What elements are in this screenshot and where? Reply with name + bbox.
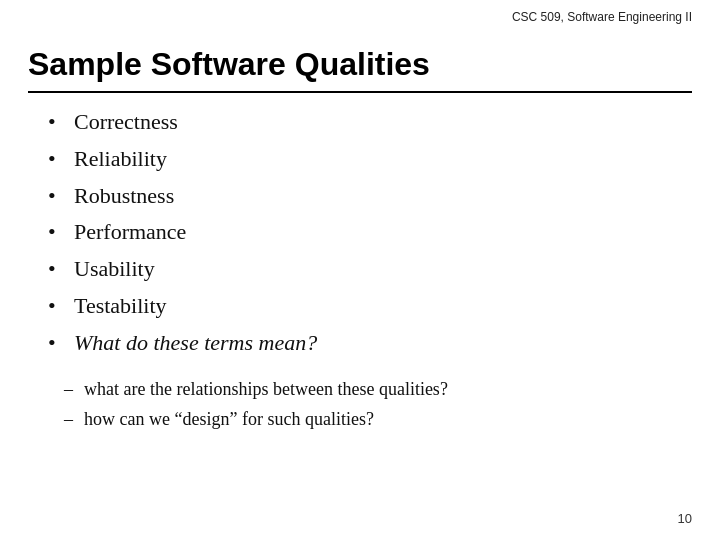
bullet-icon: • [48, 291, 66, 322]
bullet-text: Usability [74, 254, 155, 285]
bullet-text: Reliability [74, 144, 167, 175]
sub-list-item: – how can we “design” for such qualities… [64, 407, 692, 432]
list-item: • What do these terms mean? [48, 328, 692, 359]
sub-bullet-text: how can we “design” for such qualities? [84, 407, 374, 432]
slide: CSC 509, Software Engineering II Sample … [0, 0, 720, 540]
slide-title: Sample Software Qualities [28, 46, 692, 83]
sub-bullet-text: what are the relationships between these… [84, 377, 448, 402]
list-item: • Usability [48, 254, 692, 285]
list-item: • Testability [48, 291, 692, 322]
page-number: 10 [678, 511, 692, 526]
dash-icon: – [64, 407, 84, 432]
course-label: CSC 509, Software Engineering II [512, 10, 692, 24]
bullet-text-italic: What do these terms mean? [74, 328, 317, 359]
list-item: • Reliability [48, 144, 692, 175]
title-divider [28, 91, 692, 93]
list-item: • Correctness [48, 107, 692, 138]
bullet-icon: • [48, 107, 66, 138]
dash-icon: – [64, 377, 84, 402]
bullet-text: Performance [74, 217, 186, 248]
list-item: • Performance [48, 217, 692, 248]
sub-bullet-list: – what are the relationships between the… [28, 377, 692, 432]
bullet-text: Correctness [74, 107, 178, 138]
bullet-text: Testability [74, 291, 167, 322]
bullet-icon: • [48, 144, 66, 175]
bullet-icon: • [48, 181, 66, 212]
bullet-text: Robustness [74, 181, 174, 212]
bullet-icon: • [48, 217, 66, 248]
bullet-icon: • [48, 254, 66, 285]
list-item: • Robustness [48, 181, 692, 212]
bullet-icon: • [48, 328, 66, 359]
sub-list-item: – what are the relationships between the… [64, 377, 692, 402]
bullet-list: • Correctness • Reliability • Robustness… [28, 107, 692, 359]
